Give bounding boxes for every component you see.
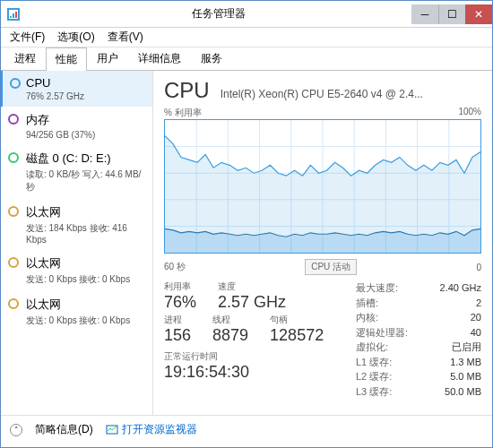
tabbar: 进程 性能 用户 详细信息 服务 [1, 47, 492, 71]
menubar: 文件(F) 选项(O) 查看(V) [1, 28, 492, 47]
proc-value: 156 [164, 326, 191, 345]
l2-k: L2 缓存: [356, 369, 392, 384]
chart-ymax: 100% [458, 107, 481, 119]
fewer-details-link[interactable]: 简略信息(D) [35, 422, 93, 437]
sidebar-net3-title: 以太网 [26, 297, 145, 313]
footer: ˄ 简略信息(D) 打开资源监视器 [1, 415, 492, 444]
disk-icon [8, 152, 19, 163]
util-value: 76% [164, 293, 196, 312]
sidebar-net3-sub: 发送: 0 Kbps 接收: 0 Kbps [26, 314, 145, 327]
titlebar: 任务管理器 ─ ☐ ✕ [1, 1, 492, 28]
lprocs-k: 逻辑处理器: [356, 325, 408, 340]
window-title: 任务管理器 [26, 6, 411, 22]
maxspeed-k: 最大速度: [356, 280, 398, 296]
chart-xmax: 0 [476, 263, 481, 272]
lprocs-v: 40 [471, 325, 481, 340]
sidebar-item-memory[interactable]: 内存 94/256 GB (37%) [1, 107, 152, 145]
chart-xlabel: 60 秒 [164, 261, 186, 273]
speed-label: 速度 [218, 280, 286, 293]
stats-right: 最大速度:2.40 GHz 插槽:2 内核:20 逻辑处理器:40 虚拟化:已启… [356, 280, 481, 399]
thr-label: 线程 [212, 314, 248, 326]
menu-view[interactable]: 查看(V) [104, 28, 147, 47]
close-button[interactable]: ✕ [465, 4, 492, 24]
tab-users[interactable]: 用户 [87, 47, 128, 70]
maxspeed-v: 2.40 GHz [440, 280, 481, 296]
monitor-icon [106, 424, 118, 436]
app-icon [6, 7, 21, 22]
hnd-label: 句柄 [270, 314, 324, 326]
sidebar-item-cpu[interactable]: CPU 76% 2.57 GHz [1, 71, 152, 107]
menu-file[interactable]: 文件(F) [6, 28, 48, 47]
sidebar-item-ethernet-3[interactable]: 以太网 发送: 0 Kbps 接收: 0 Kbps [1, 291, 152, 332]
speed-value: 2.57 GHz [218, 293, 286, 312]
ethernet-icon [8, 298, 19, 309]
sidebar-net1-sub: 发送: 184 Kbps 接收: 416 Kbps [26, 222, 145, 245]
l2-v: 5.0 MB [450, 369, 481, 384]
sidebar-disk-sub: 读取: 0 KB/秒 写入: 44.6 MB/秒 [26, 168, 145, 194]
ethernet-icon [8, 257, 19, 268]
tab-performance[interactable]: 性能 [46, 47, 87, 71]
sidebar-net2-sub: 发送: 0 Kbps 接收: 0 Kbps [26, 273, 145, 286]
svg-rect-3 [13, 13, 14, 18]
sidebar-item-ethernet-1[interactable]: 以太网 发送: 184 Kbps 接收: 416 Kbps [1, 199, 152, 250]
ethernet-icon [8, 206, 19, 217]
svg-rect-2 [10, 16, 12, 18]
stats-left: 利用率76% 速度2.57 GHz 进程156 线程8879 句柄128572 … [164, 280, 349, 399]
l1-v: 1.3 MB [450, 355, 481, 370]
tab-services[interactable]: 服务 [191, 47, 232, 70]
minimize-button[interactable]: ─ [411, 4, 438, 24]
sidebar-cpu-title: CPU [26, 76, 145, 90]
sidebar-item-ethernet-2[interactable]: 以太网 发送: 0 Kbps 接收: 0 Kbps [1, 250, 152, 291]
virt-v: 已启用 [452, 340, 481, 355]
cpu-chart-wrap: % 利用率 100% 60 秒 CPU 活动 0 [164, 107, 481, 275]
sidebar-disk-title: 磁盘 0 (C: D: E:) [26, 151, 145, 167]
cpu-chart [164, 119, 481, 254]
menu-options[interactable]: 选项(O) [54, 28, 98, 47]
cpu-model: Intel(R) Xeon(R) CPU E5-2640 v4 @ 2.4... [221, 88, 481, 100]
util-label: 利用率 [164, 280, 196, 293]
chart-ylabel: % 利用率 [164, 107, 202, 119]
tab-details[interactable]: 详细信息 [128, 47, 191, 70]
cores-v: 20 [471, 310, 481, 325]
main-panel: CPU Intel(R) Xeon(R) CPU E5-2640 v4 @ 2.… [153, 71, 492, 415]
proc-label: 进程 [164, 314, 191, 326]
uptime-label: 正常运行时间 [164, 350, 349, 363]
chevron-up-icon[interactable]: ˄ [10, 424, 22, 436]
maximize-button[interactable]: ☐ [438, 4, 465, 24]
sidebar: CPU 76% 2.57 GHz 内存 94/256 GB (37%) 磁盘 0… [1, 71, 153, 415]
virt-k: 虚拟化: [356, 340, 388, 355]
window-controls: ─ ☐ ✕ [411, 4, 492, 24]
l3-k: L3 缓存: [356, 384, 392, 400]
thr-value: 8879 [212, 326, 248, 345]
svg-rect-4 [15, 12, 17, 18]
sidebar-net1-title: 以太网 [26, 204, 145, 220]
resource-monitor-link[interactable]: 打开资源监视器 [106, 422, 197, 437]
l1-k: L1 缓存: [356, 355, 392, 370]
sidebar-mem-sub: 94/256 GB (37%) [26, 130, 145, 140]
chart-caption: CPU 活动 [305, 259, 357, 275]
sidebar-mem-title: 内存 [26, 112, 145, 128]
memory-icon [8, 114, 19, 125]
sidebar-cpu-sub: 76% 2.57 GHz [26, 91, 145, 101]
page-title: CPU [164, 78, 210, 103]
sidebar-item-disk[interactable]: 磁盘 0 (C: D: E:) 读取: 0 KB/秒 写入: 44.6 MB/秒 [1, 145, 152, 199]
cpu-icon [10, 78, 21, 89]
sockets-v: 2 [476, 296, 481, 311]
sockets-k: 插槽: [356, 296, 378, 311]
cores-k: 内核: [356, 310, 378, 325]
resmon-label: 打开资源监视器 [122, 422, 197, 437]
sidebar-net2-title: 以太网 [26, 255, 145, 271]
tab-processes[interactable]: 进程 [4, 47, 46, 70]
uptime-value: 19:16:54:30 [164, 363, 349, 382]
l3-v: 50.0 MB [445, 384, 481, 400]
hnd-value: 128572 [270, 326, 324, 345]
